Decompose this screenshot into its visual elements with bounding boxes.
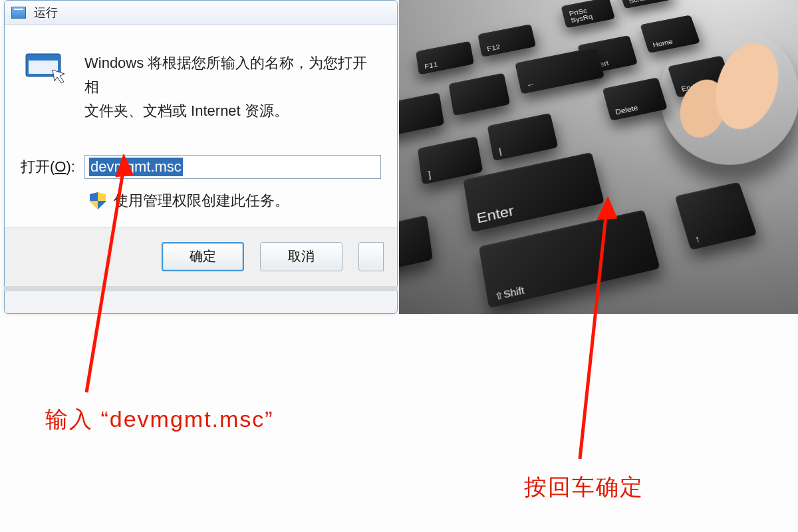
ok-button[interactable]: 确定 <box>162 242 244 271</box>
titlebar: 运行 <box>5 1 397 25</box>
key-scroll-lock: Scroll Lock <box>618 0 672 9</box>
admin-note: 使用管理权限创建此任务。 <box>114 191 289 211</box>
admin-note-row: 使用管理权限创建此任务。 <box>90 191 381 211</box>
ok-button-label: 确定 <box>190 247 216 265</box>
key-semicolon <box>399 215 433 275</box>
caption-enter: 按回车确定 <box>524 472 644 503</box>
run-title-icon <box>11 7 26 19</box>
open-input-value: devmgmt.msc <box>89 158 183 176</box>
key-delete: Delete <box>602 77 668 121</box>
cancel-button[interactable]: 取消 <box>260 242 342 271</box>
description-row: Windows 将根据您所输入的名称，为您打开相 文件夹、文档或 Interne… <box>21 50 381 123</box>
run-dialog: 运行 Windows 将根据您所输入的名称，为您打开相 文件夹、文档或 Inte… <box>4 0 398 314</box>
caption-input: 输入 “devmgmt.msc” <box>45 404 274 435</box>
svg-rect-2 <box>29 57 58 61</box>
key-pipe: | <box>487 113 559 161</box>
open-label-pre: 打开( <box>21 158 55 175</box>
run-program-icon <box>23 50 66 84</box>
uac-shield-icon <box>90 192 106 209</box>
open-row: 打开(O): devmgmt.msc <box>21 155 381 179</box>
key-f11: F11 <box>416 41 474 75</box>
dialog-body: Windows 将根据您所输入的名称，为您打开相 文件夹、文档或 Interne… <box>5 25 397 227</box>
window-title: 运行 <box>34 5 58 21</box>
key-minus <box>399 92 444 136</box>
open-label: 打开(O): <box>21 157 75 177</box>
keyboard-photo: F11 F12 PrtSc SysRq Scroll Lock Insert H… <box>399 0 798 314</box>
cancel-button-label: 取消 <box>288 247 315 265</box>
open-label-mnemonic: O <box>55 158 66 175</box>
key-equals <box>448 73 510 116</box>
run-description: Windows 将根据您所输入的名称，为您打开相 文件夹、文档或 Interne… <box>84 50 381 123</box>
key-f12: F12 <box>477 24 536 57</box>
key-prtsc: PrtSc SysRq <box>561 0 615 28</box>
button-row: 确定 取消 <box>5 227 397 285</box>
key-backspace: ← <box>515 47 604 94</box>
browse-button-cut[interactable] <box>358 242 384 271</box>
open-input[interactable]: devmgmt.msc <box>84 155 381 179</box>
key-enter: Enter <box>463 152 604 233</box>
dialog-bottom-shadow <box>4 286 398 291</box>
open-label-post: ): <box>66 158 74 175</box>
key-arrow-up: ↑ <box>675 182 757 250</box>
